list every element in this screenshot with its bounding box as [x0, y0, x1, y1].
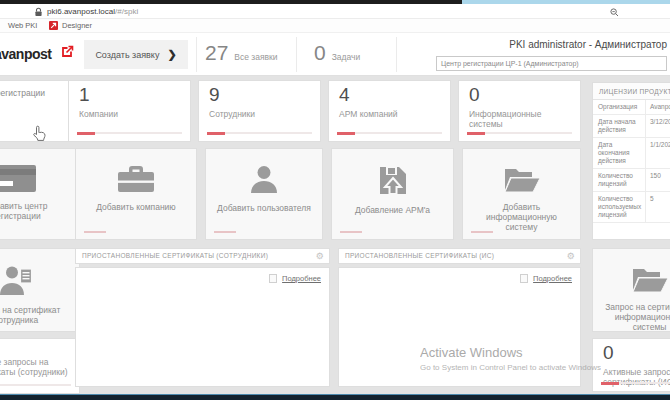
credit-card-icon	[0, 165, 36, 192]
active-employee-requests-card[interactable]: Активные запросы на сертификаты (сотрудн…	[0, 338, 80, 394]
gear-icon[interactable]: ⚙	[567, 249, 575, 264]
tasks-count: 0	[314, 41, 326, 65]
avanpost-logo: avanpost	[0, 46, 51, 62]
briefcase-icon	[117, 165, 155, 193]
companies-count: 1	[79, 84, 90, 106]
license-row: Количество используемых лицензий 5	[593, 192, 670, 223]
license-row-label: Организация	[593, 100, 646, 114]
dashboard: Центры регистрации Добавить центр регист…	[0, 76, 670, 394]
add-user-card[interactable]: Добавить пользователя	[205, 148, 323, 240]
all-requests-stat[interactable]: 27 Все заявки	[205, 41, 278, 65]
card-accent-bar	[77, 132, 95, 135]
hand-cursor-icon	[32, 125, 46, 142]
card-accent-bar	[601, 382, 619, 385]
license-row-value: 5	[646, 192, 670, 222]
card-accent-bar	[340, 231, 362, 233]
current-user-label[interactable]: PKI administrator - Администратор	[509, 39, 667, 50]
url-domain: pki6.avanpost.local	[47, 7, 115, 16]
license-row-label: Дата окончания действия	[593, 138, 646, 168]
infosystems-stat-card[interactable]: 0 Информационные системы	[458, 80, 581, 142]
browser-address-bar[interactable]: pki6.avanpost.local/#/spki	[0, 4, 670, 19]
add-reg-center-label: Добавить центр регистрации	[0, 201, 79, 221]
header-divider	[396, 37, 397, 72]
details-doc-icon	[520, 274, 528, 283]
url-text[interactable]: pki6.avanpost.local/#/spki	[47, 4, 138, 19]
all-requests-label: Все заявки	[234, 52, 277, 62]
license-row-value: 150	[646, 169, 670, 191]
employee-cert-request-card[interactable]: Запрос на сертификат сотрудника	[0, 248, 80, 332]
card-accent-bar	[84, 231, 106, 233]
add-arm-card[interactable]: Добавление АРМ'а	[331, 148, 454, 240]
details-link-employees[interactable]: Подробнее	[269, 274, 321, 283]
arm-label: АРМ компаний	[339, 109, 446, 119]
designer-favicon-icon	[49, 21, 58, 30]
add-user-label: Добавить пользователя	[211, 203, 317, 213]
license-row-value: Avanpost	[646, 100, 670, 114]
arm-count: 4	[339, 84, 350, 106]
card-accent-bar	[467, 132, 485, 135]
lock-icon	[34, 7, 43, 17]
companies-label: Компании	[79, 109, 186, 119]
header-divider	[196, 37, 197, 72]
add-reg-center-card[interactable]: Добавить центр регистрации	[0, 148, 80, 240]
add-arm-label: Добавление АРМ'а	[349, 205, 436, 215]
bookmark-webpki[interactable]: Web PKI	[8, 19, 37, 33]
card-accent-bar	[214, 231, 236, 233]
gear-icon[interactable]: ⚙	[316, 249, 324, 264]
bookmark-designer[interactable]: Designer	[62, 19, 92, 33]
add-infosystem-card[interactable]: Добавить информационную систему	[462, 148, 581, 240]
person-badge-icon	[0, 265, 33, 296]
product-licenses-panel: ЛИЦЕНЗИИ ПРОДУКТА Р Организация Avanpost…	[592, 82, 670, 240]
header-divider	[296, 37, 297, 72]
card-track-bar	[0, 384, 71, 386]
chevron-right-icon: ❯	[167, 48, 176, 61]
details-doc-icon	[269, 274, 277, 283]
open-folder-icon	[503, 165, 541, 193]
avanpost-logo-icon	[61, 45, 74, 58]
license-row: Дата начала действия 3/12/20	[593, 115, 670, 138]
suspended-is-certs-panel: Подробнее	[338, 267, 581, 387]
license-row-label: Дата начала действия	[593, 115, 646, 137]
tasks-stat[interactable]: 0 Задачи	[314, 41, 360, 65]
taskbar-edge	[0, 394, 670, 400]
registration-center-select[interactable]: Центр регистрации ЦР-1 (Администратор)	[436, 56, 667, 71]
add-infosystem-label: Добавить информационную систему	[463, 202, 580, 232]
employees-count: 9	[209, 84, 220, 106]
add-company-label: Добавить компанию	[90, 202, 181, 212]
card-accent-bar	[471, 231, 493, 233]
create-request-button[interactable]: Создать заявку ❯	[84, 40, 188, 69]
employees-stat-card[interactable]: 9 Сотрудники	[198, 80, 321, 142]
active-employee-requests-label: Активные запросы на сертификаты (сотрудн…	[0, 357, 75, 377]
infosystems-label: Информационные системы	[469, 109, 576, 129]
arm-stat-card[interactable]: 4 АРМ компаний	[328, 80, 451, 142]
suspended-employee-certs-header: ПРИОСТАНОВЛЕННЫЕ СЕРТИФИКАТЫ (СОТРУДНИКИ…	[75, 248, 330, 264]
card-accent-bar	[207, 132, 225, 135]
is-cert-request-card[interactable]: Запрос на сертификат информационной сист…	[592, 248, 670, 332]
add-company-card[interactable]: Добавить компанию	[75, 148, 197, 240]
bookmarks-bar: Web PKI Designer	[0, 19, 670, 33]
save-arm-icon	[377, 165, 409, 196]
infosystems-count: 0	[469, 84, 480, 106]
license-row: Количество лицензий 150	[593, 169, 670, 192]
reg-centers-label: Центры регистрации	[0, 88, 45, 98]
tasks-label: Задачи	[332, 52, 361, 62]
all-requests-count: 27	[205, 41, 228, 65]
suspended-is-certs-title: ПРИОСТАНОВЛЕННЫЕ СЕРТИФИКАТЫ (ИС)	[345, 252, 494, 259]
open-folder-icon	[631, 265, 669, 293]
details-link-label: Подробнее	[533, 274, 572, 283]
app-header: avanpost Создать заявку ❯ 27 Все заявки …	[0, 33, 670, 76]
active-is-requests-card[interactable]: 0 Активные запросы на сертификаты (ИС)	[592, 338, 670, 392]
zoom-icon[interactable]	[610, 8, 619, 17]
details-link-is[interactable]: Подробнее	[520, 274, 572, 283]
employee-cert-request-label: Запрос на сертификат сотрудника	[0, 305, 79, 325]
details-link-label: Подробнее	[282, 274, 321, 283]
license-row-label: Количество лицензий	[593, 169, 646, 191]
suspended-employee-certs-panel: Подробнее	[75, 267, 330, 387]
card-accent-bar	[337, 132, 355, 135]
license-row-value: 1/1/202	[646, 138, 670, 168]
companies-stat-card[interactable]: 1 Компании	[68, 80, 191, 142]
create-request-label: Создать заявку	[95, 50, 159, 60]
employees-label: Сотрудники	[209, 109, 316, 119]
suspended-is-certs-header: ПРИОСТАНОВЛЕННЫЕ СЕРТИФИКАТЫ (ИС) ⚙	[338, 248, 581, 264]
license-row: Дата окончания действия 1/1/202	[593, 138, 670, 169]
